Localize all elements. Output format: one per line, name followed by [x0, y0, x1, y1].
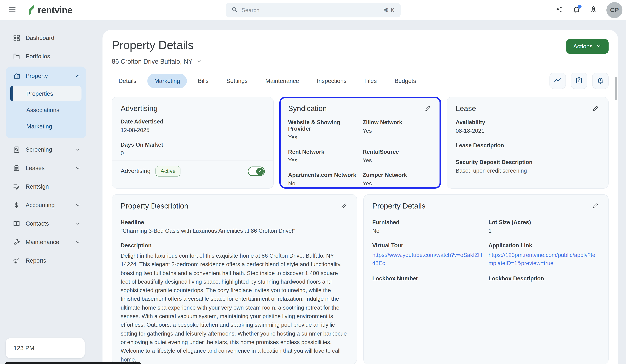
field: Lot Size (Acres) 1 [488, 211, 600, 234]
field-value: Yes [363, 181, 432, 187]
dollar-icon [13, 201, 20, 209]
pencil-icon [425, 105, 431, 113]
folder-icon [13, 53, 20, 60]
field-label: Virtual Tour [372, 242, 483, 249]
book-icon [13, 220, 20, 227]
tab-maintenance[interactable]: Maintenance [259, 73, 306, 88]
sidebar-item-label: Portfolios [26, 53, 50, 60]
field: Furnished No [372, 211, 483, 234]
chevron-down-icon [75, 221, 80, 226]
sidebar-subitem-label: Associations [26, 107, 59, 113]
field: Virtual Tour https://www.youtube.com/wat… [372, 234, 483, 267]
sparkles-icon [555, 5, 563, 15]
property-address: 86 Crofton Drive Buffalo, NY [112, 58, 193, 66]
active-indicator [10, 86, 13, 101]
tab-details[interactable]: Details [112, 73, 143, 88]
tab-budgets[interactable]: Budgets [388, 73, 423, 88]
tab-bills[interactable]: Bills [191, 73, 215, 88]
page-title: Property Details [112, 38, 194, 52]
field-value: 08-18-2021 [456, 128, 600, 134]
syndication-card: Syndication Website & Showing Provider Y… [279, 97, 441, 189]
sidebar-item-leases[interactable]: Leases [6, 160, 86, 177]
activity-chart-icon [554, 76, 562, 85]
field-label: Rent Network [288, 149, 358, 155]
sidebar-item-associations[interactable]: Associations [10, 102, 81, 118]
sidebar: Dashboard Portfolios Property [0, 20, 96, 364]
field-label: Website & Showing Provider [288, 119, 358, 132]
tab-marketing[interactable]: Marketing [148, 73, 187, 88]
sidebar-item-rentsign[interactable]: Rentsign [6, 178, 86, 195]
sidebar-item-marketing[interactable]: Marketing [10, 118, 81, 134]
sidebar-item-maintenance[interactable]: Maintenance [6, 234, 86, 251]
sidebar-item-screening[interactable]: Screening [6, 141, 86, 158]
card-title: Property Details [372, 202, 426, 210]
bell-plus-icon [596, 76, 604, 85]
field: Lockbox Description [488, 267, 600, 284]
ai-assistant-button[interactable] [555, 5, 563, 15]
tab-inspections[interactable]: Inspections [310, 73, 353, 88]
chevron-up-icon [75, 73, 80, 78]
field-label: Apartments.com Network [288, 172, 358, 178]
activity-button[interactable] [549, 73, 566, 89]
field-label: Days On Market [121, 142, 265, 148]
sidebar-item-dashboard[interactable]: Dashboard [6, 30, 86, 46]
field-label: Availability [456, 119, 600, 126]
field-label: Date Advertised [121, 118, 265, 125]
sidebar-item-accounting[interactable]: Accounting [6, 197, 86, 214]
global-search[interactable]: ⌘ K [226, 3, 400, 17]
edit-syndication-button[interactable] [424, 104, 432, 113]
field: Rent Network Yes [288, 141, 358, 164]
add-alert-button[interactable] [592, 73, 609, 89]
sidebar-item-label: Contacts [26, 220, 49, 227]
field-value: 12-08-2025 [121, 127, 265, 133]
field: Zillow Network Yes [363, 113, 432, 141]
application-link[interactable]: https://123pm.rentvine.com/public/apply?… [488, 251, 600, 267]
sidebar-item-label: Reports [26, 257, 46, 264]
edit-details-button[interactable] [591, 202, 600, 211]
rentvine-leaf-icon [27, 5, 35, 15]
field-value: Yes [363, 157, 432, 164]
sidebar-item-portfolios[interactable]: Portfolios [6, 48, 86, 65]
time-label: 123 PM [13, 345, 34, 352]
bottom-edge-bar [5, 362, 141, 364]
field-label: Security Deposit Description [456, 159, 600, 165]
edit-description-button[interactable] [340, 202, 348, 211]
virtual-tour-link[interactable]: https://www.youtube.com/watch?v=oSakfZH4… [372, 251, 483, 267]
signature-icon [13, 183, 20, 190]
actions-button[interactable]: Actions [566, 39, 609, 54]
scrollbar-thumb[interactable] [614, 77, 617, 100]
edit-lease-button[interactable] [591, 104, 600, 113]
avatar[interactable]: CP [606, 2, 623, 18]
property-details-card: Property Details Furnished No [363, 194, 609, 364]
hamburger-icon [8, 5, 17, 15]
chevron-down-icon [75, 202, 80, 208]
field-label: Application Link [488, 242, 600, 249]
notifications-button[interactable] [572, 5, 581, 15]
note-edit-icon [575, 76, 583, 85]
sidebar-item-properties[interactable]: Properties [10, 86, 81, 101]
tab-files[interactable]: Files [357, 73, 384, 88]
menu-button[interactable] [8, 5, 17, 15]
tab-settings[interactable]: Settings [220, 73, 254, 88]
brand-logo[interactable]: rentvine [27, 5, 72, 16]
search-input[interactable] [241, 7, 383, 13]
sidebar-item-contacts[interactable]: Contacts [6, 215, 86, 232]
house-icon [13, 72, 20, 79]
sidebar-item-property[interactable]: Property [6, 67, 86, 85]
status-badge: Active [156, 166, 180, 177]
add-note-button[interactable] [571, 73, 587, 89]
field-label: Description [121, 242, 348, 249]
field-value: No [288, 181, 358, 187]
chevron-down-icon [75, 165, 80, 171]
topbar: rentvine ⌘ K [0, 0, 626, 20]
whats-new-button[interactable] [589, 5, 597, 15]
sidebar-item-reports[interactable]: Reports [6, 252, 86, 269]
sidebar-item-label: Dashboard [26, 35, 54, 41]
page-body: Dashboard Portfolios Property [0, 20, 626, 364]
time-card[interactable]: 123 PM [6, 338, 85, 358]
field: Application Link https://123pm.rentvine.… [488, 234, 600, 267]
property-selector[interactable]: 86 Crofton Drive Buffalo, NY [112, 58, 202, 66]
field-value: Yes [363, 128, 432, 134]
advertising-toggle[interactable] [247, 166, 265, 176]
tabs: Details Marketing Bills Settings Mainten… [112, 73, 423, 88]
